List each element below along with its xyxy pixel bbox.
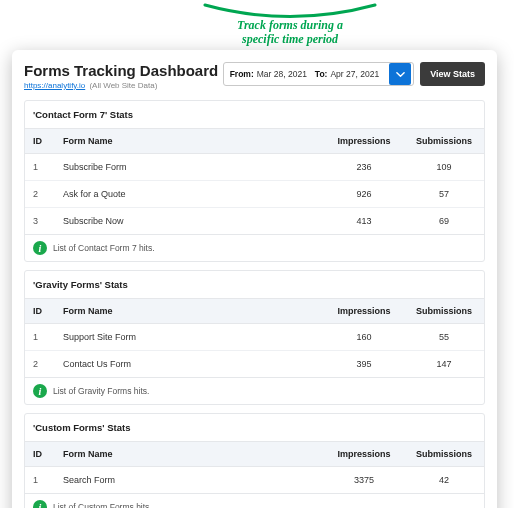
info-icon: i <box>33 500 47 508</box>
col-form-name: Form Name <box>55 129 324 154</box>
cell-form-name: Search Form <box>55 467 324 494</box>
cell-impressions: 926 <box>324 181 404 208</box>
view-stats-button[interactable]: View Stats <box>420 62 485 86</box>
col-submissions: Submissions <box>404 299 484 324</box>
col-submissions: Submissions <box>404 442 484 467</box>
col-submissions: Submissions <box>404 129 484 154</box>
section-footer: iList of Custom Forms hits. <box>25 494 484 508</box>
date-dropdown-button[interactable] <box>389 63 411 85</box>
col-id: ID <box>25 299 55 324</box>
date-to-label: To: <box>315 69 328 79</box>
cell-form-name: Contact Us Form <box>55 351 324 378</box>
section-title: 'Gravity Forms' Stats <box>25 271 484 298</box>
cell-id: 3 <box>25 208 55 235</box>
cell-impressions: 236 <box>324 154 404 181</box>
cell-form-name: Support Site Form <box>55 324 324 351</box>
info-icon: i <box>33 241 47 255</box>
site-link-extra: (All Web Site Data) <box>89 81 157 90</box>
section-footer-text: List of Custom Forms hits. <box>53 502 152 508</box>
date-range-picker[interactable]: From: Mar 28, 2021 To: Apr 27, 2021 <box>223 62 414 86</box>
date-to-value: Apr 27, 2021 <box>330 69 379 79</box>
cell-submissions: 55 <box>404 324 484 351</box>
cell-id: 1 <box>25 467 55 494</box>
stats-section: 'Gravity Forms' StatsIDForm NameImpressi… <box>24 270 485 405</box>
cell-impressions: 413 <box>324 208 404 235</box>
table-row: 1Search Form337542 <box>25 467 484 494</box>
cell-id: 2 <box>25 181 55 208</box>
col-id: ID <box>25 129 55 154</box>
annotation-curve-icon <box>200 0 380 20</box>
col-impressions: Impressions <box>324 129 404 154</box>
annotation-line1: Track forms during a <box>237 18 343 32</box>
stats-table: IDForm NameImpressionsSubmissions1Suppor… <box>25 298 484 378</box>
cell-form-name: Subscribe Form <box>55 154 324 181</box>
cell-submissions: 42 <box>404 467 484 494</box>
section-footer: iList of Gravity Forms hits. <box>25 378 484 404</box>
col-form-name: Form Name <box>55 299 324 324</box>
cell-submissions: 69 <box>404 208 484 235</box>
section-footer: iList of Contact Form 7 hits. <box>25 235 484 261</box>
section-title: 'Contact Form 7' Stats <box>25 101 484 128</box>
info-icon: i <box>33 384 47 398</box>
col-impressions: Impressions <box>324 299 404 324</box>
dashboard-card: Forms Tracking Dashboard https://analyti… <box>12 50 497 508</box>
section-footer-text: List of Gravity Forms hits. <box>53 386 149 396</box>
header-right: From: Mar 28, 2021 To: Apr 27, 2021 View… <box>223 62 485 86</box>
header-left: Forms Tracking Dashboard https://analyti… <box>24 62 218 90</box>
page-title: Forms Tracking Dashboard <box>24 62 218 79</box>
cell-submissions: 109 <box>404 154 484 181</box>
cell-form-name: Ask for a Quote <box>55 181 324 208</box>
table-row: 3Subscribe Now41369 <box>25 208 484 235</box>
cell-submissions: 57 <box>404 181 484 208</box>
col-id: ID <box>25 442 55 467</box>
table-row: 2Ask for a Quote92657 <box>25 181 484 208</box>
date-from-label: From: <box>230 69 254 79</box>
annotation-text: Track forms during a specific time perio… <box>200 18 380 47</box>
dashboard-header: Forms Tracking Dashboard https://analyti… <box>24 62 485 90</box>
chevron-down-icon <box>396 70 405 79</box>
cell-form-name: Subscribe Now <box>55 208 324 235</box>
table-row: 1Subscribe Form236109 <box>25 154 484 181</box>
section-footer-text: List of Contact Form 7 hits. <box>53 243 155 253</box>
stats-table: IDForm NameImpressionsSubmissions1Subscr… <box>25 128 484 235</box>
cell-impressions: 3375 <box>324 467 404 494</box>
annotation-line2: specific time period <box>242 32 338 46</box>
cell-submissions: 147 <box>404 351 484 378</box>
stats-section: 'Contact Form 7' StatsIDForm NameImpress… <box>24 100 485 262</box>
cell-impressions: 160 <box>324 324 404 351</box>
page-subtitle: https://analytify.io (All Web Site Data) <box>24 81 218 90</box>
col-form-name: Form Name <box>55 442 324 467</box>
table-row: 2Contact Us Form395147 <box>25 351 484 378</box>
section-title: 'Custom Forms' Stats <box>25 414 484 441</box>
cell-id: 1 <box>25 154 55 181</box>
annotation: Track forms during a specific time perio… <box>200 0 380 47</box>
stats-table: IDForm NameImpressionsSubmissions1Search… <box>25 441 484 494</box>
site-link[interactable]: https://analytify.io <box>24 81 85 90</box>
cell-id: 2 <box>25 351 55 378</box>
table-row: 1Support Site Form16055 <box>25 324 484 351</box>
col-impressions: Impressions <box>324 442 404 467</box>
cell-impressions: 395 <box>324 351 404 378</box>
stats-section: 'Custom Forms' StatsIDForm NameImpressio… <box>24 413 485 508</box>
cell-id: 1 <box>25 324 55 351</box>
date-from-value: Mar 28, 2021 <box>257 69 307 79</box>
